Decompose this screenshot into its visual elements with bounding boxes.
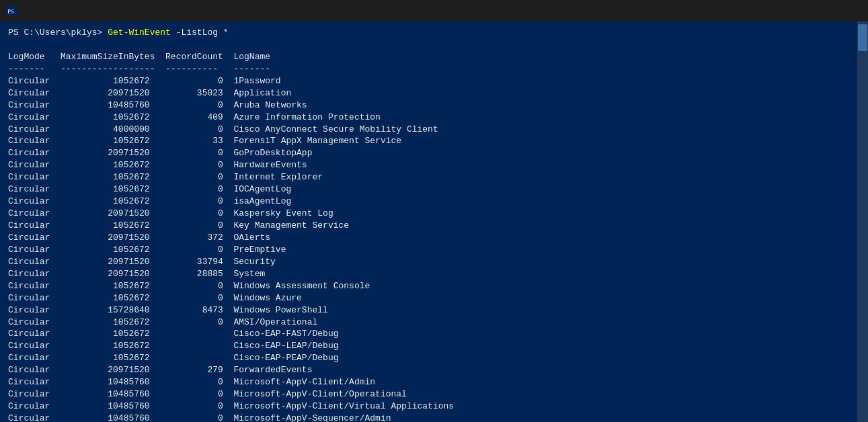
table-row: Circular 20971520 0 GoProDesktopApp xyxy=(8,148,312,158)
col-headers: LogMode MaximumSizeInBytes RecordCount L… xyxy=(8,52,270,62)
table-row: Circular 1052672 Cisco-EAP-PEAP/Debug xyxy=(8,353,338,363)
prompt-line: PS C:\Users\pklys> Get-WinEvent -ListLog… xyxy=(8,28,229,38)
close-button[interactable] xyxy=(830,0,861,22)
table-row: Circular 10485760 0 Aruba Networks xyxy=(8,100,307,110)
table-row: Circular 10485760 0 Microsoft-AppV-Seque… xyxy=(8,413,391,422)
table-row: Circular 1052672 0 Windows Azure xyxy=(8,293,302,303)
table-row: Circular 20971520 279 ForwardedEvents xyxy=(8,365,312,375)
table-row: Circular 20971520 0 Kaspersky Event Log xyxy=(8,208,333,218)
table-row: Circular 10485760 0 Microsoft-AppV-Clien… xyxy=(8,377,375,387)
table-row: Circular 20971520 372 OAlerts xyxy=(8,233,270,243)
minimize-button[interactable] xyxy=(768,0,799,22)
window-controls xyxy=(768,0,861,22)
prompt-text: PS C:\Users\pklys> xyxy=(8,28,108,38)
table-row: Circular 1052672 409 Azure Information P… xyxy=(8,112,381,122)
maximize-button[interactable] xyxy=(799,0,830,22)
table-row: Circular 1052672 Cisco-EAP-LEAP/Debug xyxy=(8,341,338,351)
table-row: Circular 4000000 0 Cisco AnyConnect Secu… xyxy=(8,124,438,134)
scrollbar[interactable] xyxy=(857,22,868,422)
table-row: Circular 1052672 0 Internet Explorer xyxy=(8,172,323,182)
col-separators: ------- ------------------ ---------- --… xyxy=(8,64,270,74)
table-row: Circular 20971520 35023 Application xyxy=(8,88,291,98)
table-row: Circular 1052672 0 HardwareEvents xyxy=(8,160,307,170)
table-row: Circular 10485760 0 Microsoft-AppV-Clien… xyxy=(8,389,407,399)
table-row: Circular 1052672 0 IOCAgentLog xyxy=(8,184,291,194)
table-row: Circular 20971520 28885 System xyxy=(8,269,265,279)
table-row: Circular 1052672 0 Windows Assessment Co… xyxy=(8,281,370,291)
table-row: Circular 20971520 33794 Security xyxy=(8,257,276,267)
table-row: Circular 1052672 0 Key Management Servic… xyxy=(8,220,349,230)
table-row: Circular 1052672 0 1Password xyxy=(8,76,281,86)
table-row: Circular 1052672 0 PreEmptive xyxy=(8,245,286,255)
svg-text:PS: PS xyxy=(7,8,14,15)
titlebar: PS xyxy=(0,0,868,22)
table-row: Circular 1052672 0 isaAgentLog xyxy=(8,196,291,206)
table-row: Circular 10485760 0 Microsoft-AppV-Clien… xyxy=(8,401,454,411)
table-row: Circular 15728640 8473 Windows PowerShel… xyxy=(8,305,328,315)
table-row: Circular 1052672 Cisco-EAP-FAST/Debug xyxy=(8,329,338,339)
table-row: Circular 1052672 0 AMSI/Operational xyxy=(8,317,317,327)
powershell-icon: PS xyxy=(7,5,17,16)
terminal-output[interactable]: PS C:\Users\pklys> Get-WinEvent -ListLog… xyxy=(0,22,857,422)
flag-text: -ListLog * xyxy=(171,28,229,38)
command-text: Get-WinEvent xyxy=(108,28,171,38)
content-area: PS C:\Users\pklys> Get-WinEvent -ListLog… xyxy=(0,22,868,422)
powershell-window: PS PS C:\Users\pklys> Get-WinEvent -List… xyxy=(0,0,868,422)
table-row: Circular 1052672 33 ForensiT AppX Manage… xyxy=(8,136,401,146)
scrollbar-thumb[interactable] xyxy=(858,24,867,51)
